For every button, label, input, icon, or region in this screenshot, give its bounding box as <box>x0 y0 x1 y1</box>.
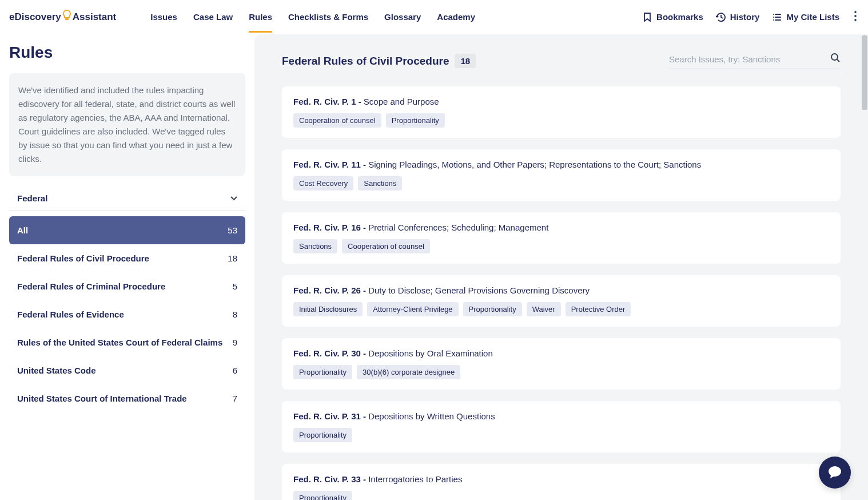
sidebar-item-3[interactable]: Federal Rules of Evidence8 <box>9 300 245 328</box>
rule-card-5[interactable]: Fed. R. Civ. P. 31 - Depositions by Writ… <box>282 401 841 453</box>
sidebar-item-count: 6 <box>233 366 237 375</box>
rule-name: Depositions by Oral Examination <box>368 348 493 358</box>
tag[interactable]: Protective Order <box>566 302 631 316</box>
content-title-group: Federal Rules of Civil Procedure 18 <box>282 54 476 68</box>
sidebar-item-label: Rules of the United States Court of Fede… <box>17 338 222 347</box>
sidebar: Rules We've identified and included the … <box>0 34 254 500</box>
sidebar-item-label: United States Code <box>17 366 96 375</box>
nav-tab-glossary[interactable]: Glossary <box>384 2 421 33</box>
logo-prefix: eDiscovery <box>9 11 61 23</box>
logo-suffix: Assistant <box>73 11 117 23</box>
svg-point-3 <box>854 19 857 21</box>
sidebar-item-count: 7 <box>233 394 237 403</box>
sidebar-item-2[interactable]: Federal Rules of Criminal Procedure5 <box>9 272 245 300</box>
header-right: Bookmarks History My Cite Lists <box>642 9 859 26</box>
tags: Proportionality <box>293 428 829 442</box>
rule-name: Depositions by Written Questions <box>368 411 495 421</box>
tag[interactable]: Cooperation of counsel <box>342 239 430 253</box>
content-wrapper: Federal Rules of Civil Procedure 18 Fed.… <box>254 34 868 500</box>
sidebar-item-count: 18 <box>228 253 237 263</box>
chat-bubble[interactable] <box>819 457 851 489</box>
nav-tab-academy[interactable]: Academy <box>437 2 475 33</box>
chevron-down-icon <box>230 195 237 203</box>
tag[interactable]: Cooperation of counsel <box>293 113 381 128</box>
tags: Proportionality <box>293 491 829 500</box>
sidebar-item-5[interactable]: United States Code6 <box>9 356 245 384</box>
jurisdiction-filter[interactable]: Federal <box>9 186 245 211</box>
rule-title: Fed. R. Civ. P. 16 - Pretrial Conference… <box>293 223 829 232</box>
rule-title: Fed. R. Civ. P. 31 - Depositions by Writ… <box>293 411 829 421</box>
rule-name: Pretrial Conferences; Scheduling; Manage… <box>368 223 548 232</box>
rule-title: Fed. R. Civ. P. 11 - Signing Pleadings, … <box>293 160 829 169</box>
tag[interactable]: Waiver <box>527 302 561 316</box>
tag[interactable]: Proportionality <box>293 365 352 379</box>
cite-lists-label: My Cite Lists <box>786 12 839 22</box>
header: eDiscovery Assistant IssuesCase LawRules… <box>0 0 868 34</box>
svg-rect-0 <box>65 18 69 20</box>
sidebar-item-count: 53 <box>228 225 237 235</box>
tags: Cost RecoverySanctions <box>293 176 829 191</box>
tag[interactable]: 30(b)(6) corporate designee <box>357 365 460 379</box>
tag[interactable]: Attorney-Client Privilege <box>367 302 458 316</box>
tag[interactable]: Cost Recovery <box>293 176 353 191</box>
rule-card-2[interactable]: Fed. R. Civ. P. 16 - Pretrial Conference… <box>282 212 841 264</box>
rules-list: Fed. R. Civ. P. 1 - Scope and PurposeCoo… <box>282 86 841 500</box>
content-title: Federal Rules of Civil Procedure <box>282 55 449 68</box>
tag[interactable]: Initial Disclosures <box>293 302 363 316</box>
tag[interactable]: Proportionality <box>463 302 522 316</box>
tags: SanctionsCooperation of counsel <box>293 239 829 253</box>
content: Federal Rules of Civil Procedure 18 Fed.… <box>254 34 868 500</box>
svg-point-4 <box>831 54 838 60</box>
bulb-icon <box>62 10 71 24</box>
tag[interactable]: Proportionality <box>293 491 352 500</box>
scrollbar-track[interactable]: ▴ <box>861 34 868 500</box>
rule-card-1[interactable]: Fed. R. Civ. P. 11 - Signing Pleadings, … <box>282 149 841 201</box>
sidebar-item-4[interactable]: Rules of the United States Court of Fede… <box>9 328 245 356</box>
svg-point-2 <box>854 15 857 17</box>
tag[interactable]: Proportionality <box>386 113 445 128</box>
rule-title: Fed. R. Civ. P. 1 - Scope and Purpose <box>293 97 829 106</box>
nav-tab-checklists-forms[interactable]: Checklists & Forms <box>288 2 368 33</box>
rule-name: Signing Pleadings, Motions, and Other Pa… <box>368 160 701 169</box>
sidebar-items: All53Federal Rules of Civil Procedure18F… <box>9 216 245 412</box>
rule-citation: Fed. R. Civ. P. 31 - <box>293 411 368 421</box>
sidebar-item-0[interactable]: All53 <box>9 216 245 244</box>
history-label: History <box>730 12 760 22</box>
cite-lists-link[interactable]: My Cite Lists <box>772 12 839 22</box>
nav-tab-rules[interactable]: Rules <box>249 2 272 33</box>
scrollbar-thumb[interactable] <box>862 35 867 110</box>
list-icon <box>772 12 782 22</box>
history-icon <box>716 12 726 22</box>
more-menu-icon[interactable] <box>852 9 859 26</box>
rule-name: Duty to Disclose; General Provisions Gov… <box>368 285 590 295</box>
tag[interactable]: Sanctions <box>358 176 402 191</box>
bookmarks-label: Bookmarks <box>656 12 703 22</box>
rule-citation: Fed. R. Civ. P. 16 - <box>293 223 368 232</box>
tags: Cooperation of counselProportionality <box>293 113 829 128</box>
rule-card-0[interactable]: Fed. R. Civ. P. 1 - Scope and PurposeCoo… <box>282 86 841 138</box>
nav-tab-issues[interactable]: Issues <box>150 2 177 33</box>
history-link[interactable]: History <box>716 12 760 22</box>
sidebar-item-1[interactable]: Federal Rules of Civil Procedure18 <box>9 244 245 272</box>
filter-label: Federal <box>17 193 47 203</box>
rule-card-3[interactable]: Fed. R. Civ. P. 26 - Duty to Disclose; G… <box>282 275 841 327</box>
nav-tab-case-law[interactable]: Case Law <box>193 2 233 33</box>
sidebar-item-label: Federal Rules of Criminal Procedure <box>17 281 165 291</box>
sidebar-item-label: United States Court of International Tra… <box>17 394 187 403</box>
sidebar-item-6[interactable]: United States Court of International Tra… <box>9 384 245 412</box>
tag[interactable]: Sanctions <box>293 239 337 253</box>
rule-title: Fed. R. Civ. P. 33 - Interrogatories to … <box>293 474 829 484</box>
search-input[interactable] <box>669 54 830 64</box>
rule-citation: Fed. R. Civ. P. 26 - <box>293 285 368 295</box>
rule-card-4[interactable]: Fed. R. Civ. P. 30 - Depositions by Oral… <box>282 338 841 390</box>
rule-card-6[interactable]: Fed. R. Civ. P. 33 - Interrogatories to … <box>282 464 841 500</box>
tags: Initial DisclosuresAttorney-Client Privi… <box>293 302 829 316</box>
tag[interactable]: Proportionality <box>293 428 352 442</box>
sidebar-item-count: 8 <box>233 309 237 319</box>
count-badge: 18 <box>455 54 476 68</box>
info-box: We've identified and included the rules … <box>9 73 245 176</box>
logo[interactable]: eDiscovery Assistant <box>9 10 116 24</box>
search-icon[interactable] <box>830 53 841 65</box>
bookmarks-link[interactable]: Bookmarks <box>642 12 703 22</box>
content-header: Federal Rules of Civil Procedure 18 <box>282 53 841 69</box>
